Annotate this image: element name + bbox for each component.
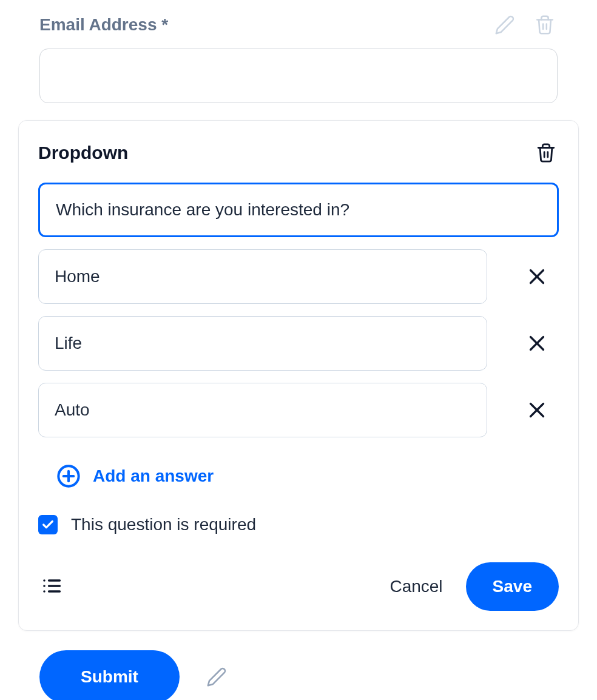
- check-icon: [41, 518, 55, 531]
- card-header: Dropdown: [38, 140, 559, 166]
- email-delete-button[interactable]: [532, 12, 558, 38]
- pencil-icon: [494, 15, 515, 35]
- close-icon: [526, 332, 548, 354]
- card-footer: Cancel Save: [38, 562, 559, 611]
- list-toggle-button[interactable]: [38, 573, 65, 601]
- add-answer-button[interactable]: Add an answer: [56, 464, 559, 488]
- card-title: Dropdown: [38, 143, 128, 163]
- option-row: [38, 249, 559, 304]
- trash-icon: [536, 143, 556, 163]
- submit-button[interactable]: Submit: [39, 650, 180, 700]
- option-remove-2[interactable]: [522, 395, 551, 425]
- card-delete-button[interactable]: [533, 140, 559, 166]
- close-icon: [526, 399, 548, 421]
- option-remove-0[interactable]: [522, 262, 551, 291]
- add-answer-label: Add an answer: [93, 466, 214, 486]
- dropdown-editor-card: Dropdown: [18, 120, 579, 631]
- close-icon: [526, 266, 548, 288]
- email-label: Email Address *: [39, 15, 168, 35]
- required-checkbox[interactable]: [38, 515, 58, 534]
- svg-point-11: [43, 585, 46, 587]
- required-row: This question is required: [38, 515, 559, 534]
- submit-edit-button[interactable]: [204, 664, 229, 690]
- save-button[interactable]: Save: [466, 562, 559, 611]
- svg-point-9: [43, 579, 46, 582]
- trash-icon: [535, 15, 555, 35]
- question-input[interactable]: [38, 183, 559, 237]
- option-input-0[interactable]: [38, 249, 487, 304]
- option-input-1[interactable]: [38, 316, 487, 371]
- email-field-section: Email Address *: [18, 12, 579, 103]
- option-row: [38, 383, 559, 437]
- email-edit-button[interactable]: [492, 12, 518, 38]
- email-input[interactable]: [39, 49, 558, 103]
- cancel-button[interactable]: Cancel: [387, 572, 445, 601]
- list-icon: [41, 575, 62, 597]
- svg-point-13: [43, 590, 46, 593]
- required-label: This question is required: [71, 515, 256, 534]
- plus-circle-icon: [56, 464, 81, 488]
- option-row: [38, 316, 559, 371]
- email-actions: [492, 12, 558, 38]
- submit-row: Submit: [18, 650, 579, 700]
- option-input-2[interactable]: [38, 383, 487, 437]
- option-remove-1[interactable]: [522, 329, 551, 358]
- pencil-icon: [206, 667, 227, 687]
- email-header: Email Address *: [39, 12, 558, 38]
- footer-actions: Cancel Save: [387, 562, 559, 611]
